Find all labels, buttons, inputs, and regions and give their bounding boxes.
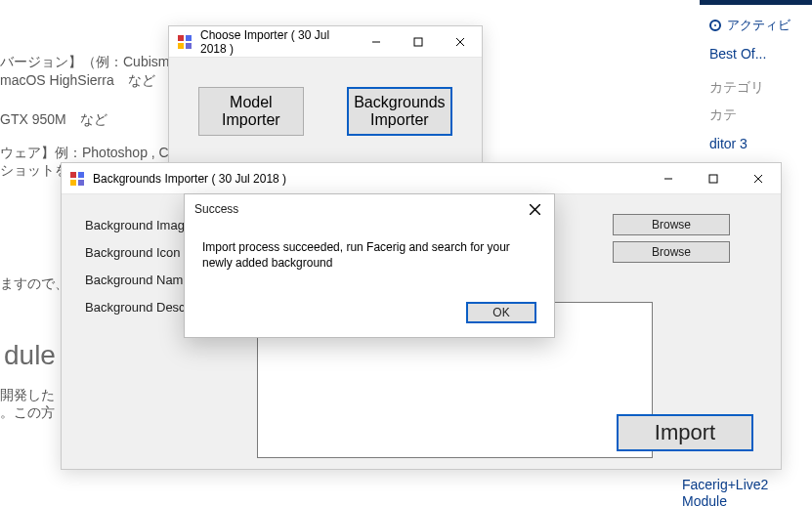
page-link[interactable]: Facerig+Live2 <box>682 477 768 492</box>
page-text: ますので、 <box>0 275 68 293</box>
close-icon[interactable] <box>440 26 482 58</box>
minimize-icon[interactable] <box>356 26 398 58</box>
ok-button[interactable]: OK <box>466 302 536 323</box>
svg-rect-5 <box>414 38 422 46</box>
page-text: ショットを <box>0 162 68 180</box>
bestof-link[interactable]: Best Of... <box>700 40 812 67</box>
sidebar-item[interactable]: ditor 3 <box>700 130 812 157</box>
chooser-window: Choose Importer ( 30 Jul 2018 ) Model Im… <box>168 25 483 172</box>
category-heading: カテゴリ <box>700 67 812 101</box>
activity-link[interactable]: アクティビ <box>700 11 812 40</box>
svg-rect-0 <box>178 35 184 41</box>
app-icon <box>69 171 85 187</box>
maximize-icon[interactable] <box>398 26 440 58</box>
app-icon <box>177 34 192 50</box>
svg-rect-11 <box>78 180 84 186</box>
page-text: 開発した <box>0 387 55 404</box>
module-heading: dule <box>4 340 56 371</box>
browse-icon-button[interactable]: Browse <box>613 241 730 263</box>
page-text: GTX 950M など <box>0 111 107 129</box>
page-text: macOS HighSierra など <box>0 72 155 90</box>
dialog-message: Import process succeeded, run Facerig an… <box>185 224 554 302</box>
browse-image-button[interactable]: Browse <box>613 214 730 235</box>
titlebar[interactable]: Choose Importer ( 30 Jul 2018 ) <box>169 26 482 58</box>
sidebar-item[interactable]: カテ <box>700 101 812 130</box>
model-importer-button[interactable]: Model Importer <box>198 87 304 136</box>
svg-rect-10 <box>70 180 76 186</box>
close-icon[interactable] <box>736 163 781 194</box>
page-text: ウェア】例：Photoshop , CL <box>0 145 177 162</box>
import-button[interactable]: Import <box>617 414 753 451</box>
page-text: 。この方 <box>0 404 55 422</box>
close-icon[interactable] <box>515 194 554 224</box>
svg-rect-8 <box>70 172 76 178</box>
window-title: Backgrounds Importer ( 30 Jul 2018 ) <box>93 172 286 186</box>
minimize-icon[interactable] <box>646 163 691 194</box>
svg-rect-13 <box>709 175 717 183</box>
page-link[interactable]: Module <box>682 493 727 506</box>
dialog-titlebar[interactable]: Success <box>185 194 554 224</box>
svg-rect-1 <box>186 35 192 41</box>
activity-label: アクティビ <box>727 17 791 34</box>
sidebar-divider <box>700 0 812 5</box>
svg-rect-9 <box>78 172 84 178</box>
svg-rect-3 <box>186 43 192 49</box>
backgrounds-importer-button[interactable]: Backgrounds Importer <box>347 87 452 136</box>
clock-icon <box>709 20 721 31</box>
window-title: Choose Importer ( 30 Jul 2018 ) <box>200 28 356 56</box>
titlebar[interactable]: Backgrounds Importer ( 30 Jul 2018 ) <box>62 163 781 194</box>
success-dialog: Success Import process succeeded, run Fa… <box>184 193 555 338</box>
svg-rect-2 <box>178 43 184 49</box>
maximize-icon[interactable] <box>691 163 736 194</box>
dialog-title: Success <box>194 202 238 216</box>
